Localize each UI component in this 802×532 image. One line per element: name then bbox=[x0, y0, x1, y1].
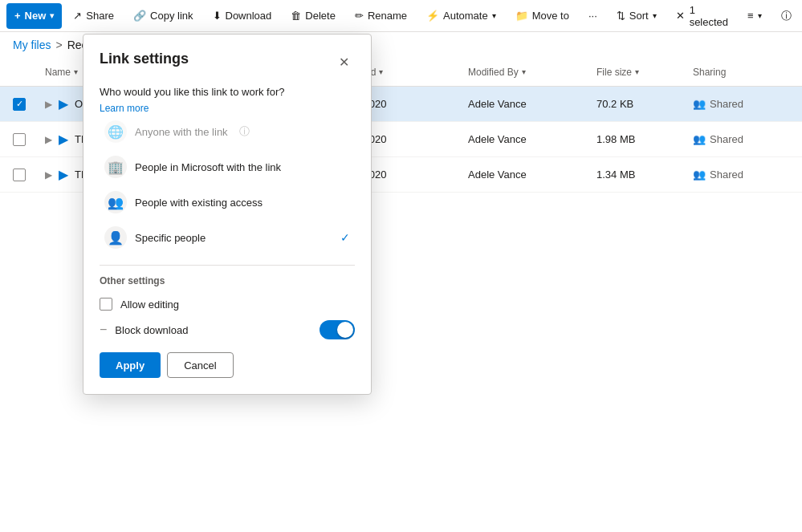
row3-sharing-label: Shared bbox=[710, 169, 743, 181]
download-button[interactable]: ⬇ Download bbox=[205, 3, 280, 29]
existing-icon: 👥 bbox=[104, 191, 127, 193]
sort-icon: ⇅ bbox=[617, 10, 625, 22]
share-icon: ↗ bbox=[73, 10, 82, 22]
copy-link-label: Copy link bbox=[150, 10, 193, 22]
modified-sort-icon: ▾ bbox=[379, 67, 383, 76]
automate-dropdown-arrow: ▾ bbox=[492, 11, 496, 20]
new-dropdown-arrow: ▾ bbox=[50, 11, 54, 20]
move-to-label: Move to bbox=[532, 10, 569, 22]
modal-header: Link settings ✕ bbox=[100, 51, 355, 73]
rename-label: Rename bbox=[368, 10, 407, 22]
row1-checkbox-cell: ✓ bbox=[13, 98, 45, 111]
file-size-sort-icon: ▾ bbox=[635, 67, 639, 76]
info-icon: ⓘ bbox=[781, 9, 792, 23]
move-to-button[interactable]: 📁 Move to bbox=[507, 3, 577, 29]
new-label: New bbox=[25, 10, 47, 22]
rename-icon: ✏ bbox=[355, 10, 364, 22]
row3-sharing-icon: 👥 bbox=[693, 169, 706, 181]
view-options-button[interactable]: ≡ ▾ bbox=[739, 3, 770, 29]
row1-modified-by: Adele Vance bbox=[468, 98, 596, 110]
copy-link-icon: 🔗 bbox=[133, 10, 146, 22]
view-dropdown-arrow: ▾ bbox=[758, 11, 762, 20]
row1-file-size: 70.2 KB bbox=[596, 98, 693, 110]
info-button[interactable]: ⓘ bbox=[773, 3, 800, 29]
breadcrumb-my-files[interactable]: My files bbox=[13, 39, 51, 51]
link-option-anyone[interactable]: 🌐 Anyone with the link ⓘ bbox=[100, 114, 355, 149]
close-selection-icon[interactable]: ✕ bbox=[676, 10, 685, 22]
row3-checkbox-cell bbox=[13, 169, 45, 181]
row1-checkbox[interactable]: ✓ bbox=[13, 98, 26, 111]
delete-label: Delete bbox=[305, 10, 336, 22]
row1-expand-icon: ▶ bbox=[45, 99, 52, 110]
anyone-icon: 🌐 bbox=[104, 120, 127, 143]
row2-modified-by: Adele Vance bbox=[468, 133, 596, 145]
row3-file-icon: ▶ bbox=[59, 167, 68, 182]
learn-more-link[interactable]: Learn more bbox=[100, 103, 149, 114]
row1-sharing-icon: 👥 bbox=[693, 98, 706, 110]
view-options-icon: ≡ bbox=[747, 10, 754, 22]
automate-icon: ⚡ bbox=[426, 10, 439, 22]
plus-icon: + bbox=[14, 10, 21, 22]
toolbar: + New ▾ ↗ Share 🔗 Copy link ⬇ Download 🗑… bbox=[0, 0, 802, 32]
row1-check-mark: ✓ bbox=[16, 99, 23, 109]
row2-sharing-label: Shared bbox=[710, 133, 743, 145]
row3-sharing: 👥 Shared bbox=[693, 169, 789, 181]
more-button[interactable]: ··· bbox=[580, 3, 605, 29]
more-icon: ··· bbox=[588, 10, 597, 22]
modal-question: Who would you like this link to work for… bbox=[100, 86, 355, 98]
modal-title: Link settings bbox=[100, 51, 189, 67]
rename-button[interactable]: ✏ Rename bbox=[347, 3, 415, 29]
row2-file-size: 1.98 MB bbox=[596, 133, 693, 145]
row2-sharing: 👥 Shared bbox=[693, 133, 789, 145]
row3-expand-icon: ▶ bbox=[45, 169, 52, 181]
download-label: Download bbox=[226, 10, 272, 22]
header-sharing-col: Sharing bbox=[693, 67, 789, 78]
link-settings-modal: Link settings ✕ Who would you like this … bbox=[83, 34, 372, 193]
sort-dropdown-arrow: ▾ bbox=[653, 11, 657, 20]
anyone-info-icon: ⓘ bbox=[239, 124, 250, 139]
row2-checkbox[interactable] bbox=[13, 133, 26, 146]
microsoft-label: People in Microsoft with the link bbox=[135, 161, 281, 173]
automate-button[interactable]: ⚡ Automate ▾ bbox=[418, 3, 504, 29]
modal-close-button[interactable]: ✕ bbox=[332, 51, 355, 73]
row3-checkbox[interactable] bbox=[13, 169, 26, 181]
modified-by-sort-icon: ▾ bbox=[522, 67, 526, 76]
name-sort-icon: ▾ bbox=[74, 67, 78, 76]
delete-button[interactable]: 🗑 Delete bbox=[283, 3, 344, 29]
automate-label: Automate bbox=[443, 10, 488, 22]
row2-expand-icon: ▶ bbox=[45, 134, 52, 145]
link-option-microsoft[interactable]: 🏢 People in Microsoft with the link bbox=[100, 149, 355, 185]
header-file-size-col[interactable]: File size ▾ bbox=[596, 67, 693, 78]
row2-sharing-icon: 👥 bbox=[693, 133, 706, 145]
new-button[interactable]: + New ▾ bbox=[6, 3, 62, 29]
row2-file-icon: ▶ bbox=[59, 132, 68, 147]
download-icon: ⬇ bbox=[213, 10, 222, 22]
sort-button[interactable]: ⇅ Sort ▾ bbox=[609, 3, 665, 29]
selected-count: 1 selected bbox=[690, 4, 728, 28]
selected-badge: ✕ 1 selected bbox=[668, 3, 736, 29]
move-to-icon: 📁 bbox=[515, 10, 528, 22]
row3-file-size: 1.34 MB bbox=[596, 169, 693, 181]
breadcrumb-separator: > bbox=[55, 39, 62, 51]
row3-modified-by: Adele Vance bbox=[468, 169, 596, 181]
close-icon: ✕ bbox=[339, 55, 349, 70]
microsoft-icon: 🏢 bbox=[104, 156, 127, 178]
share-button[interactable]: ↗ Share bbox=[65, 3, 122, 29]
row2-checkbox-cell bbox=[13, 133, 45, 146]
delete-icon: 🗑 bbox=[291, 10, 301, 22]
anyone-label: Anyone with the link bbox=[135, 126, 228, 138]
sort-label: Sort bbox=[629, 10, 649, 22]
link-option-existing[interactable]: 👥 People with existing access bbox=[100, 185, 355, 193]
row1-sharing: 👥 Shared bbox=[693, 98, 789, 110]
header-modified-by-col[interactable]: Modified By ▾ bbox=[468, 67, 596, 78]
row1-sharing-label: Shared bbox=[710, 98, 743, 110]
copy-link-button[interactable]: 🔗 Copy link bbox=[125, 3, 201, 29]
share-label: Share bbox=[86, 10, 114, 22]
row1-file-icon: ▶ bbox=[59, 96, 68, 112]
toolbar-right: ⇅ Sort ▾ ✕ 1 selected ≡ ▾ ⓘ bbox=[609, 3, 800, 29]
